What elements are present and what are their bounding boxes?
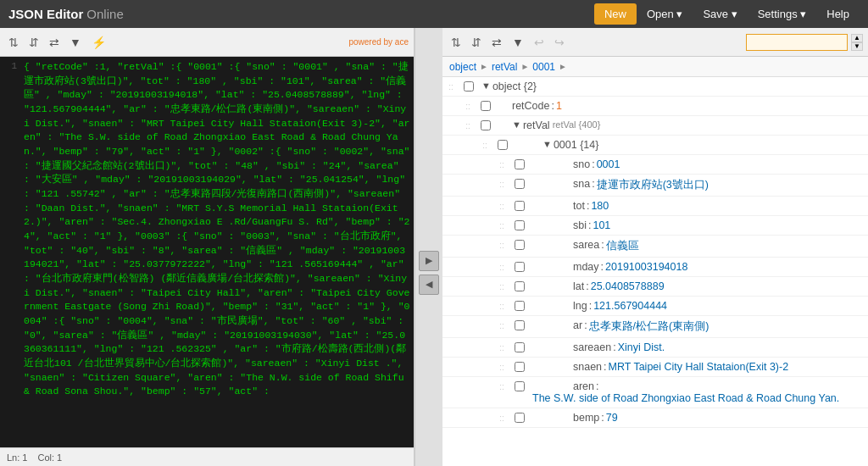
powered-by-ace: powered by ace [348, 37, 409, 47]
brand-name: JSON Editor [8, 7, 83, 21]
tree-check-field[interactable] [510, 218, 529, 230]
tree-check-field[interactable] [510, 410, 529, 423]
tree-check-field[interactable] [510, 198, 529, 211]
tree-row-field[interactable]: ::tot : 180 [442, 197, 868, 216]
main-area: ⇅ ⇵ ⇄ ▼ ⚡ powered by ace 1 { "retCode" :… [0, 28, 868, 466]
breadcrumb: object ► retVal ► 0001 ► [442, 57, 868, 77]
tree-row-0001[interactable]: :: ▼ 0001 {14} [442, 136, 868, 155]
save-button[interactable]: Save ▾ [693, 3, 747, 25]
tree-check-retcode[interactable] [476, 98, 495, 111]
tree-val-aren: The S.W. side of Road Zhongxiao East Roa… [532, 392, 839, 404]
tree-toggle-retval[interactable]: ▼ [512, 119, 521, 130]
tree-check-field[interactable] [510, 176, 529, 189]
tree-row-field[interactable]: ::lat : 25.0408578889 [442, 277, 868, 297]
settings-button[interactable]: Settings ▾ [748, 3, 817, 25]
tree-cell-field: sbi : 101 [529, 218, 868, 233]
tree-toggle-0001[interactable]: ▼ [542, 139, 552, 149]
drag-handle-field: :: [493, 218, 510, 230]
left-sort-asc-button[interactable]: ⇅ [5, 34, 22, 51]
right-sort-button[interactable]: ⇄ [488, 34, 505, 51]
right-undo-button[interactable]: ↩ [531, 34, 548, 51]
tree-check-field[interactable] [510, 259, 529, 272]
tree-key-aren: aren [573, 380, 594, 392]
send-left-button[interactable]: ◀ [419, 275, 439, 295]
tree-cell-field: lng : 121.567904444 [529, 298, 868, 313]
breadcrumb-0001[interactable]: 0001 [532, 61, 555, 73]
left-copy-button[interactable]: ⚡ [88, 34, 109, 51]
tree-key-tot: tot [573, 200, 585, 212]
drag-handle: :: [442, 79, 459, 92]
tree-row-field[interactable]: ::sarea : 信義區 [442, 236, 868, 258]
breadcrumb-object[interactable]: object [449, 61, 476, 73]
tree-cell-retval: ▼ retVal retVal {400} [495, 118, 868, 133]
tree-check-field[interactable] [510, 359, 529, 372]
tree-val-bemp: 79 [606, 412, 618, 424]
tree-row-retcode[interactable]: :: retCode : 1 [442, 97, 868, 116]
tree-check-retval[interactable] [476, 118, 495, 130]
tree-row-retval[interactable]: :: ▼ retVal retVal {400} [442, 116, 868, 136]
tree-key-retval: retVal [523, 119, 550, 131]
tree-row-field[interactable]: ::sbi : 101 [442, 216, 868, 236]
drag-handle-field: :: [493, 157, 510, 169]
tree-cell-retcode: retCode : 1 [495, 98, 868, 114]
tree-check-field[interactable] [510, 237, 529, 250]
help-button[interactable]: Help [816, 3, 860, 25]
tree-key-retcode: retCode [512, 100, 549, 112]
tree-row-field[interactable]: ::sna : 捷運市政府站(3號出口) [442, 175, 868, 197]
tree-row-field[interactable]: ::bemp : 79 [442, 408, 868, 428]
search-input[interactable] [746, 34, 848, 51]
tree-check-field[interactable] [510, 157, 529, 169]
tree-val-retcode: 1 [556, 100, 562, 112]
right-redo-button[interactable]: ↪ [551, 34, 568, 51]
tree-check-0001[interactable] [493, 137, 512, 150]
tree-toggle-root[interactable]: ▼ [481, 80, 491, 91]
tree-val-lng: 121.567904444 [593, 300, 667, 312]
tree-cell-0001: ▼ 0001 {14} [512, 137, 868, 153]
tree-check-field[interactable] [510, 379, 529, 391]
tree-row-field[interactable]: ::mday : 20191003194018 [442, 258, 868, 277]
left-sort-button[interactable]: ⇄ [46, 34, 63, 51]
tree-check-field[interactable] [510, 340, 529, 352]
drag-handle-field: :: [493, 176, 510, 189]
tree-row-field[interactable]: ::sno : 0001 [442, 155, 868, 175]
drag-handle-0001: :: [476, 137, 493, 150]
tree-row-field[interactable]: ::sareaen : Xinyi Dist. [442, 338, 868, 358]
editor-content[interactable]: { "retCode" :1, "retVal" :{ "0001" :{ "s… [24, 60, 414, 399]
tree-check-field[interactable] [510, 279, 529, 291]
tree-key-bemp: bemp [573, 412, 599, 424]
open-button[interactable]: Open ▾ [637, 3, 693, 25]
new-button[interactable]: New [594, 3, 637, 25]
left-sort-desc-button[interactable]: ⇵ [25, 34, 42, 51]
left-editor[interactable]: 1 { "retCode" :1, "retVal" :{ "0001" :{ … [0, 57, 414, 447]
drag-handle-retcode: :: [459, 98, 476, 111]
tree-val-snaen: MRT Taipei City Hall Stataion(Exit 3)-2 [609, 361, 789, 373]
brand-sub: Online [86, 7, 123, 21]
breadcrumb-retval[interactable]: retVal [492, 61, 517, 73]
drag-handle-field: :: [493, 259, 510, 272]
left-filter-button[interactable]: ▼ [66, 34, 85, 51]
top-nav: JSON Editor Online New Open ▾ Save ▾ Set… [0, 0, 868, 28]
tree-val-sbi: 101 [593, 219, 610, 231]
tree-row-field[interactable]: ::snaen : MRT Taipei City Hall Stataion(… [442, 358, 868, 377]
tree-row-field[interactable]: ::lng : 121.567904444 [442, 297, 868, 316]
tree-key-sarea: sarea [573, 239, 599, 251]
tree-cell-field: aren : The S.W. side of Road Zhongxiao E… [529, 379, 868, 406]
search-prev-button[interactable]: ▲ [851, 34, 863, 42]
right-sort-desc-button[interactable]: ⇵ [468, 34, 485, 51]
tree-check-root[interactable] [459, 79, 478, 92]
tree-row-field[interactable]: ::aren : The S.W. side of Road Zhongxiao… [442, 377, 868, 408]
tree-cell-field: bemp : 79 [529, 410, 868, 425]
tree-row-field[interactable]: ::ar : 忠孝東路/松仁路(東南側) [442, 316, 868, 338]
tree-cell-field: sno : 0001 [529, 157, 868, 172]
tree-check-field[interactable] [510, 298, 529, 311]
tree-row-root[interactable]: :: ▼ object {2} [442, 77, 868, 97]
tree-cell-field: tot : 180 [529, 198, 868, 214]
send-right-button[interactable]: ▶ [419, 251, 439, 271]
drag-handle-field: :: [493, 318, 510, 330]
search-next-button[interactable]: ▼ [851, 42, 863, 51]
left-toolbar: ⇅ ⇵ ⇄ ▼ ⚡ powered by ace [0, 28, 414, 57]
right-filter-button[interactable]: ▼ [509, 34, 527, 51]
right-sort-asc-button[interactable]: ⇅ [448, 34, 465, 51]
tree-check-field[interactable] [510, 318, 529, 330]
center-panel: ▶ ◀ [415, 28, 442, 466]
